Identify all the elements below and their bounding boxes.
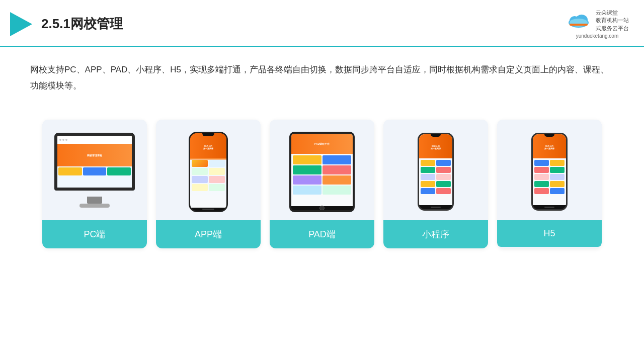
card-h5-label: H5 — [497, 220, 602, 247]
logo-area: 云朵课堂 教育机构一站 式服务云平台 — [566, 9, 629, 32]
card-pad-label: PAD端 — [270, 220, 374, 248]
card-app-image: 职达人的第一堂网课 — [156, 120, 261, 220]
description-paragraph: 网校支持PC、APP、PAD、小程序、H5，实现多端打通，产品各终端自由切换，数… — [30, 62, 614, 95]
logo-text: 云朵课堂 教育机构一站 式服务云平台 — [596, 9, 629, 32]
play-icon — [10, 12, 34, 36]
header-right: 云朵课堂 教育机构一站 式服务云平台 yunduoketang.com — [566, 9, 629, 39]
logo-tagline2: 式服务云平台 — [596, 25, 629, 32]
page-title: 2.5.1网校管理 — [41, 15, 123, 33]
logo-domain: yunduoketang.com — [576, 33, 619, 39]
cloud-logo-icon — [566, 12, 592, 30]
logo-tagline1: 教育机构一站 — [596, 17, 629, 24]
svg-rect-5 — [570, 24, 588, 26]
card-app[interactable]: 职达人的第一堂网课 — [156, 120, 261, 248]
tablet-pad-icon: PAD课程平台 — [289, 132, 355, 212]
card-pc-label: PC端 — [42, 220, 147, 248]
card-miniprogram-image: 职达人的第一堂网课 — [383, 120, 488, 220]
description-text: 网校支持PC、APP、PAD、小程序、H5，实现多端打通，产品各终端自由切换，数… — [0, 47, 644, 100]
logo-name: 云朵课堂 — [596, 9, 629, 17]
h5-phone-icon: 职达人的第一堂网课 — [531, 133, 568, 211]
card-pad[interactable]: PAD课程平台 P — [270, 120, 374, 248]
phone-app-icon: 职达人的第一堂网课 — [189, 132, 228, 212]
card-miniprogram[interactable]: 职达人的第一堂网课 — [383, 120, 488, 248]
page-header: 2.5.1网校管理 云朵课堂 教育机构一站 式服务云平台 yunduoketan… — [0, 0, 644, 47]
card-h5[interactable]: 职达人的第一堂网课 — [497, 120, 602, 248]
pc-monitor-icon: 网校管理课程 — [52, 133, 137, 211]
card-app-label: APP端 — [156, 220, 261, 248]
card-pc[interactable]: 网校管理课程 PC端 — [42, 120, 147, 248]
svg-marker-0 — [10, 12, 32, 36]
header-left: 2.5.1网校管理 — [10, 12, 123, 36]
card-h5-image: 职达人的第一堂网课 — [497, 120, 602, 220]
mini-phone-icon: 职达人的第一堂网课 — [418, 133, 454, 211]
card-pc-image: 网校管理课程 — [42, 120, 147, 220]
cards-container: 网校管理课程 PC端 — [0, 105, 644, 258]
card-miniprogram-label: 小程序 — [383, 220, 488, 248]
card-pad-image: PAD课程平台 — [270, 120, 374, 220]
